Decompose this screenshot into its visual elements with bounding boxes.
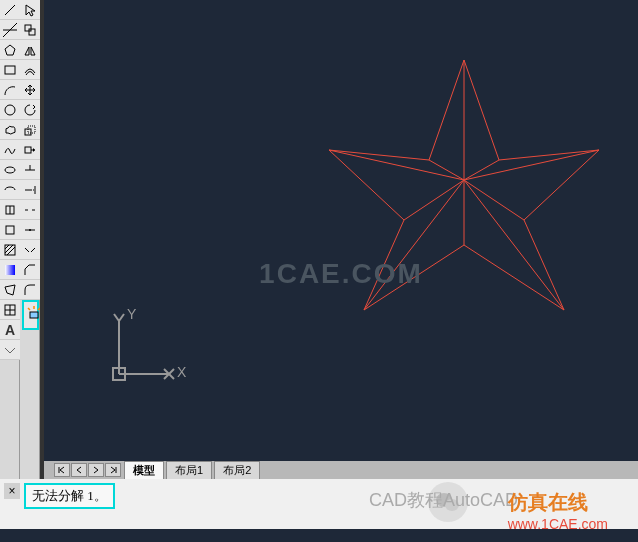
svg-rect-25	[25, 147, 31, 153]
layout-tab-bar: 模型 布局1 布局2	[44, 461, 638, 479]
svg-rect-14	[5, 265, 15, 275]
svg-text:Y: Y	[127, 309, 137, 322]
svg-line-0	[5, 5, 15, 15]
tab-next-button[interactable]	[88, 463, 104, 477]
pointer-tool[interactable]	[20, 0, 40, 20]
watermark-overlay: 仿真在线 www.1CAE.com	[508, 489, 608, 532]
close-command-button[interactable]: ×	[4, 483, 20, 499]
tab-prev-button[interactable]	[71, 463, 87, 477]
trim-tool[interactable]	[20, 160, 40, 180]
svg-line-36	[25, 248, 29, 252]
rotate-tool[interactable]	[20, 100, 40, 120]
rectangle-tool[interactable]	[0, 60, 20, 80]
svg-rect-9	[6, 226, 14, 234]
stretch-tool[interactable]	[20, 140, 40, 160]
cad-tutorial-text: CAD教程AutoCAD	[369, 488, 518, 512]
svg-line-55	[119, 314, 124, 321]
gradient-tool[interactable]	[0, 260, 20, 280]
svg-rect-20	[29, 29, 35, 35]
fillet-tool[interactable]	[20, 280, 40, 300]
scale-tool[interactable]	[20, 120, 40, 140]
model-tab[interactable]: 模型	[124, 461, 164, 479]
arc-tool[interactable]	[0, 80, 20, 100]
ellipse-tool[interactable]	[0, 160, 20, 180]
svg-line-44	[464, 180, 564, 310]
svg-text:X: X	[177, 364, 187, 380]
svg-point-35	[29, 229, 31, 231]
svg-line-12	[5, 245, 13, 253]
svg-line-48	[329, 150, 464, 180]
drawing-canvas[interactable]: 1CAE.COM	[40, 0, 638, 479]
svg-point-5	[5, 105, 15, 115]
text-tool[interactable]: A	[0, 320, 20, 340]
mirror-tool[interactable]	[20, 40, 40, 60]
svg-point-6	[5, 167, 15, 173]
svg-line-37	[31, 248, 35, 252]
make-block-tool[interactable]	[0, 220, 20, 240]
svg-line-42	[464, 150, 599, 180]
revision-cloud-tool[interactable]	[0, 120, 20, 140]
svg-marker-15	[5, 285, 15, 295]
extend-tool[interactable]	[20, 180, 40, 200]
svg-rect-10	[5, 245, 15, 255]
url-text: www.1CAE.com	[508, 516, 608, 532]
circle-tool[interactable]	[0, 100, 20, 120]
polygon-tool[interactable]	[0, 40, 20, 60]
line-tool[interactable]	[0, 0, 20, 20]
break-tool[interactable]	[20, 200, 40, 220]
chamfer-tool[interactable]	[20, 260, 40, 280]
ucs-icon: X Y	[109, 309, 189, 389]
layout1-tab[interactable]: 布局1	[166, 461, 212, 479]
command-text: 无法分解 1。	[24, 483, 115, 509]
svg-marker-3	[5, 45, 15, 55]
break-at-point-tool[interactable]	[20, 220, 40, 240]
tab-first-button[interactable]	[54, 463, 70, 477]
insert-block-tool[interactable]	[0, 200, 20, 220]
copy-tool[interactable]	[20, 20, 40, 40]
spline-tool[interactable]	[0, 140, 20, 160]
ellipse-arc-tool[interactable]	[0, 180, 20, 200]
svg-rect-19	[25, 25, 31, 31]
svg-line-13	[7, 247, 15, 255]
move-tool[interactable]	[20, 80, 40, 100]
table-tool[interactable]	[0, 300, 20, 320]
watermark: 1CAE.COM	[259, 258, 423, 290]
join-tool[interactable]	[20, 240, 40, 260]
svg-line-54	[114, 314, 119, 321]
svg-line-49	[429, 160, 464, 180]
svg-line-11	[5, 245, 9, 249]
svg-rect-4	[5, 66, 15, 74]
construction-line-tool[interactable]	[0, 20, 20, 40]
layout2-tab[interactable]: 布局2	[214, 461, 260, 479]
svg-line-41	[464, 160, 499, 180]
hatch-tool[interactable]	[0, 240, 20, 260]
region-tool[interactable]	[0, 280, 20, 300]
sim-online-text: 仿真在线	[508, 491, 588, 513]
svg-line-47	[404, 180, 464, 220]
add-tool-button[interactable]	[0, 340, 20, 360]
svg-line-46	[364, 180, 464, 310]
tab-last-button[interactable]	[105, 463, 121, 477]
svg-line-43	[464, 180, 524, 220]
explode-tool[interactable]	[22, 300, 39, 330]
svg-rect-38	[30, 312, 38, 318]
offset-tool[interactable]	[20, 60, 40, 80]
